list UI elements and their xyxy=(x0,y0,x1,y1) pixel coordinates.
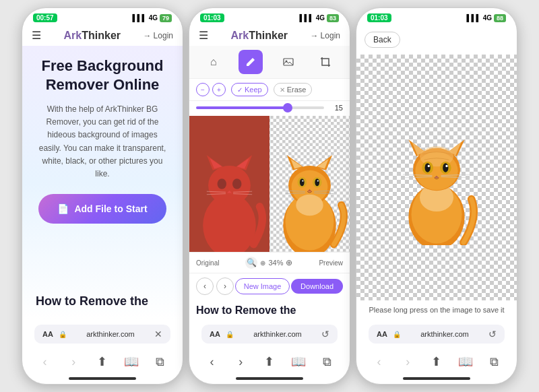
nav-login-2[interactable]: → Login xyxy=(311,31,340,40)
toolbar-image-icon[interactable] xyxy=(276,50,300,74)
plus-icon: + xyxy=(217,86,221,94)
signal-type-1: 4G xyxy=(149,14,158,22)
keep-button[interactable]: ✓ Keep xyxy=(231,83,268,96)
status-time-2: 01:03 xyxy=(200,13,224,22)
erase-button[interactable]: ✕ Erase xyxy=(274,83,313,96)
preview-label: Preview xyxy=(319,259,343,267)
phone-3: 01:03 ▌▌▌ 4G 88 Back xyxy=(356,7,517,385)
save-hint: Please long press on the image to save i… xyxy=(356,300,517,319)
battery-1: 79 xyxy=(160,14,172,22)
home-indicator-2 xyxy=(236,377,303,380)
bottom-nav-1: ‹ › ⬆ 📖 ⧉ xyxy=(22,349,183,377)
lock-icon-2: 🔒 xyxy=(226,331,234,338)
zoom-controls: 🔍 ⊕ 34% ⊕ xyxy=(245,257,292,269)
toolbar-edit-icon[interactable] xyxy=(239,50,263,74)
svg-rect-16 xyxy=(189,116,270,252)
share-icon-1[interactable]: ⬆ xyxy=(92,354,113,369)
book-icon-1[interactable]: 📖 xyxy=(121,354,142,369)
lock-icon-3: 🔒 xyxy=(393,331,401,338)
zoom-in-circle[interactable]: + xyxy=(212,83,226,96)
add-file-button[interactable]: 📄 Add File to Start xyxy=(38,194,166,224)
nav-bar-2: ☰ ArkThinker → Login xyxy=(189,25,350,46)
forward-nav-icon-2[interactable]: › xyxy=(230,355,251,369)
hamburger-icon-2[interactable]: ☰ xyxy=(199,29,208,42)
reload-icon-2[interactable]: ↺ xyxy=(321,329,329,339)
svg-point-54 xyxy=(443,163,448,172)
new-image-button[interactable]: New Image xyxy=(235,278,290,294)
file-icon: 📄 xyxy=(57,203,69,214)
login-arrow-1: → xyxy=(144,31,152,40)
address-bar-1[interactable]: AA 🔒 arkthinker.com ✕ xyxy=(34,325,170,344)
svg-point-32 xyxy=(315,178,319,186)
brush-size-row: 15 xyxy=(189,101,350,116)
back-button[interactable]: Back xyxy=(364,32,400,48)
zoom-out-circle[interactable]: − xyxy=(196,83,210,96)
slider-value: 15 xyxy=(329,104,343,112)
share-icon-2[interactable]: ⬆ xyxy=(259,354,280,369)
brush-slider[interactable] xyxy=(196,106,324,109)
forward-nav-icon-1[interactable]: › xyxy=(63,355,84,369)
address-url-2: arkthinker.com xyxy=(239,330,316,338)
share-icon-3[interactable]: ⬆ xyxy=(426,354,447,369)
address-bar-2[interactable]: AA 🔒 arkthinker.com ↺ xyxy=(201,325,338,344)
login-arrow-2: → xyxy=(311,31,319,40)
battery-2: 83 xyxy=(327,14,339,22)
address-bar-wrapper-1: AA 🔒 arkthinker.com ✕ xyxy=(22,319,183,349)
zoom-icon-sm: ⊕ xyxy=(260,259,265,267)
erase-label: Erase xyxy=(287,86,307,94)
book-icon-2[interactable]: 📖 xyxy=(288,354,309,369)
editor-image-preview xyxy=(270,116,350,252)
signal-icon-2: ▌▌▌ xyxy=(299,14,313,22)
back-nav-icon-2[interactable]: ‹ xyxy=(201,355,222,369)
toolbar-crop-icon[interactable] xyxy=(313,50,338,74)
nav-brand-2: ArkThinker xyxy=(231,30,288,42)
address-bar-3[interactable]: AA 🔒 arkthinker.com ↺ xyxy=(369,325,505,344)
keep-label: Keep xyxy=(245,86,262,94)
status-icons-2: ▌▌▌ 4G 83 xyxy=(299,14,339,22)
hamburger-icon-1[interactable]: ☰ xyxy=(32,29,41,42)
zoom-value: 34% xyxy=(268,259,283,267)
toolbar-home-icon[interactable]: ⌂ xyxy=(201,50,226,74)
address-bar-wrapper-3: AA 🔒 arkthinker.com ↺ xyxy=(356,319,517,349)
zoom-out-btn[interactable]: 🔍 xyxy=(245,257,257,269)
redo-button[interactable]: › xyxy=(216,277,234,295)
zoom-plus-icon: ⊕ xyxy=(286,258,292,267)
login-label-1: Login xyxy=(154,31,173,40)
nav-login-1[interactable]: → Login xyxy=(144,31,173,40)
status-time-3: 01:03 xyxy=(367,13,391,22)
editor-image-original xyxy=(189,116,270,252)
back-nav-icon-1[interactable]: ‹ xyxy=(34,355,55,369)
copy-icon-1[interactable]: ⧉ xyxy=(150,355,171,369)
bottom-nav-3: ‹ › ⬆ 📖 ⧉ xyxy=(356,349,517,377)
status-icons-3: ▌▌▌ 4G 88 xyxy=(466,14,506,22)
cat-final-svg xyxy=(383,110,490,245)
undo-button[interactable]: ‹ xyxy=(196,277,214,295)
download-button[interactable]: Download xyxy=(291,279,343,294)
back-nav-icon-3[interactable]: ‹ xyxy=(368,355,389,369)
phone-2: 01:03 ▌▌▌ 4G 83 ☰ ArkThinker → Login ⌂ xyxy=(189,7,350,385)
copy-icon-3[interactable]: ⧉ xyxy=(484,355,505,369)
check-icon: ✓ xyxy=(237,86,243,94)
nav-brand-1: ArkThinker xyxy=(64,30,121,42)
slider-thumb xyxy=(283,103,292,112)
add-file-label: Add File to Start xyxy=(74,203,147,214)
editor-action-row: ‹ › New Image Download xyxy=(189,273,350,299)
forward-nav-icon-3[interactable]: › xyxy=(397,355,418,369)
status-bar-1: 00:57 ▌▌▌ 4G 79 xyxy=(22,8,183,25)
copy-icon-2[interactable]: ⧉ xyxy=(317,355,338,369)
address-aa-3: AA xyxy=(377,330,387,338)
address-aa-2: AA xyxy=(210,330,220,338)
lock-icon-1: 🔒 xyxy=(59,331,67,338)
editor-bottom-bar: Original 🔍 ⊕ 34% ⊕ Preview xyxy=(189,252,350,273)
address-close-1[interactable]: ✕ xyxy=(154,329,162,339)
reload-icon-3[interactable]: ↺ xyxy=(488,329,497,339)
book-icon-3[interactable]: 📖 xyxy=(455,354,476,369)
cat-preview-area xyxy=(356,55,517,300)
battery-3: 88 xyxy=(494,14,506,22)
address-url-1: arkthinker.com xyxy=(72,330,149,338)
cat-preview-image xyxy=(383,110,490,245)
signal-icon-3: ▌▌▌ xyxy=(466,14,480,22)
brand-thinker-1: Thinker xyxy=(82,30,121,41)
svg-point-53 xyxy=(425,163,431,172)
svg-point-55 xyxy=(428,164,430,166)
